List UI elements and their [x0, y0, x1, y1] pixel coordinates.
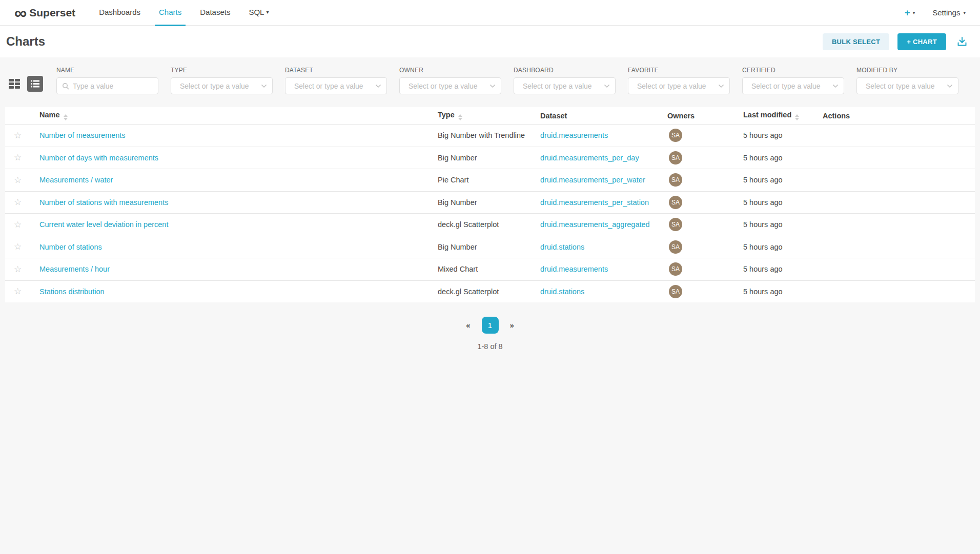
nav-item[interactable]: SQL▾	[239, 0, 278, 26]
filter-input[interactable]: Select or type a value	[171, 77, 273, 94]
list-view-icon[interactable]	[27, 76, 43, 92]
filter-input[interactable]: Select or type a value	[514, 77, 616, 94]
filter-input[interactable]: Select or type a value	[399, 77, 501, 94]
pagination-next-button[interactable]: »	[506, 319, 518, 332]
chart-name-link[interactable]: Number of stations with measurements	[39, 198, 168, 207]
owner-avatar: SA	[669, 262, 682, 276]
filter-label: MODIFIED BY	[856, 67, 958, 74]
table-row: ☆ Measurements / water Pie Chart druid.m…	[5, 169, 975, 191]
pagination-prev-button[interactable]: «	[462, 319, 474, 332]
dataset-link[interactable]: druid.measurements	[540, 131, 608, 139]
chart-name-link[interactable]: Measurements / water	[39, 176, 113, 184]
page-header: Charts BULK SELECT + CHART	[0, 26, 980, 57]
dataset-link[interactable]: druid.measurements_per_day	[540, 154, 639, 162]
favorite-star-icon[interactable]: ☆	[14, 220, 22, 230]
table-row: ☆ Number of days with measurements Big N…	[5, 147, 975, 169]
dataset-link[interactable]: druid.measurements_per_station	[540, 198, 649, 207]
filter-label: DATASET	[285, 67, 387, 74]
filter-input[interactable]: Type a value	[56, 77, 158, 94]
pagination-page-1[interactable]: 1	[482, 317, 499, 334]
filter-input[interactable]: Select or type a value	[856, 77, 958, 94]
filter-placeholder: Select or type a value	[294, 82, 363, 90]
filter-label: TYPE	[171, 67, 273, 74]
last-modified: 5 hours ago	[743, 265, 783, 273]
brand-name[interactable]: Superset	[29, 7, 75, 19]
new-item-menu[interactable]: + ▾	[905, 7, 915, 18]
chart-name-link[interactable]: Current water level deviation in percent	[39, 220, 168, 229]
sort-icon[interactable]	[64, 114, 68, 120]
owner-avatar: SA	[669, 240, 682, 254]
nav-item[interactable]: Datasets	[191, 0, 239, 26]
column-header-last-modified[interactable]: Last modified	[743, 111, 823, 120]
nav-item[interactable]: Dashboards	[90, 0, 150, 26]
favorite-star-icon[interactable]: ☆	[14, 175, 22, 185]
filter-input[interactable]: Select or type a value	[285, 77, 387, 94]
favorite-star-icon[interactable]: ☆	[14, 153, 22, 162]
dataset-link[interactable]: druid.measurements	[540, 265, 608, 273]
chevron-down-icon	[832, 84, 839, 88]
bulk-select-button[interactable]: BULK SELECT	[823, 33, 889, 50]
chart-name-link[interactable]: Number of stations	[39, 243, 102, 251]
chart-type: Big Number with Trendline	[438, 131, 525, 139]
favorite-star-icon[interactable]: ☆	[14, 131, 22, 140]
owner-avatar: SA	[669, 151, 682, 165]
chevron-down-icon	[261, 84, 267, 88]
dataset-link[interactable]: druid.measurements_aggregated	[540, 220, 650, 229]
column-header-dataset: Dataset	[540, 112, 667, 120]
caret-down-icon: ▾	[913, 10, 915, 15]
chart-name-link[interactable]: Number of measurements	[39, 131, 126, 139]
sort-icon[interactable]	[795, 114, 799, 120]
nav-item[interactable]: Charts	[150, 0, 191, 26]
page-title: Charts	[6, 34, 45, 49]
dataset-link[interactable]: druid.measurements_per_water	[540, 176, 645, 184]
chevron-down-icon	[718, 84, 724, 88]
filter-input[interactable]: Select or type a value	[742, 77, 844, 94]
favorite-star-icon[interactable]: ☆	[14, 197, 22, 207]
nav-item-label: Datasets	[200, 8, 230, 16]
sort-icon[interactable]	[458, 114, 462, 120]
favorite-star-icon[interactable]: ☆	[14, 264, 22, 274]
column-header-actions: Actions	[823, 112, 975, 120]
nav-item-label: SQL	[249, 8, 264, 16]
chevron-down-icon	[489, 84, 496, 88]
chevron-down-icon	[375, 84, 381, 88]
charts-table: Name Type Dataset Owners Last modified A…	[5, 107, 975, 302]
import-charts-button[interactable]	[954, 36, 970, 47]
favorite-star-icon[interactable]: ☆	[14, 242, 22, 252]
filter-label: OWNER	[399, 67, 501, 74]
filter-input[interactable]: Select or type a value	[628, 77, 730, 94]
content-area: NAME Type a value TYPE Select or type a …	[0, 57, 980, 351]
chart-type: Big Number	[438, 154, 477, 162]
nav-item-label: Dashboards	[99, 8, 140, 16]
owner-avatar: SA	[669, 129, 682, 142]
filter-label: CERTIFIED	[742, 67, 844, 74]
caret-down-icon: ▾	[266, 9, 269, 15]
chart-type: Mixed Chart	[438, 265, 478, 273]
add-chart-button[interactable]: + CHART	[897, 33, 946, 50]
dataset-link[interactable]: druid.stations	[540, 243, 584, 251]
caret-down-icon: ▾	[963, 10, 966, 15]
column-header-name[interactable]: Name	[34, 111, 438, 120]
table-body: ☆ Number of measurements Big Number with…	[5, 124, 975, 302]
last-modified: 5 hours ago	[743, 198, 783, 207]
table-header-row: Name Type Dataset Owners Last modified A…	[5, 107, 975, 124]
filter-placeholder: Select or type a value	[523, 82, 592, 90]
chevron-down-icon	[604, 84, 610, 88]
column-header-type[interactable]: Type	[438, 111, 540, 120]
filter-placeholder: Select or type a value	[751, 82, 821, 90]
favorite-star-icon[interactable]: ☆	[14, 286, 22, 296]
chart-name-link[interactable]: Stations distribution	[39, 288, 105, 296]
chart-type: Big Number	[438, 243, 477, 251]
last-modified: 5 hours ago	[743, 131, 783, 139]
filter: DATASET Select or type a value	[285, 67, 387, 94]
nav-item-label: Charts	[159, 8, 181, 16]
last-modified: 5 hours ago	[743, 220, 783, 229]
chart-name-link[interactable]: Measurements / hour	[39, 265, 110, 273]
filter-placeholder: Type a value	[73, 82, 113, 90]
chart-name-link[interactable]: Number of days with measurements	[39, 154, 158, 162]
settings-menu[interactable]: Settings ▾	[932, 8, 966, 17]
card-view-icon[interactable]	[9, 79, 20, 89]
owner-avatar: SA	[669, 173, 682, 187]
dataset-link[interactable]: druid.stations	[540, 288, 584, 296]
table-row: ☆ Measurements / hour Mixed Chart druid.…	[5, 258, 975, 280]
